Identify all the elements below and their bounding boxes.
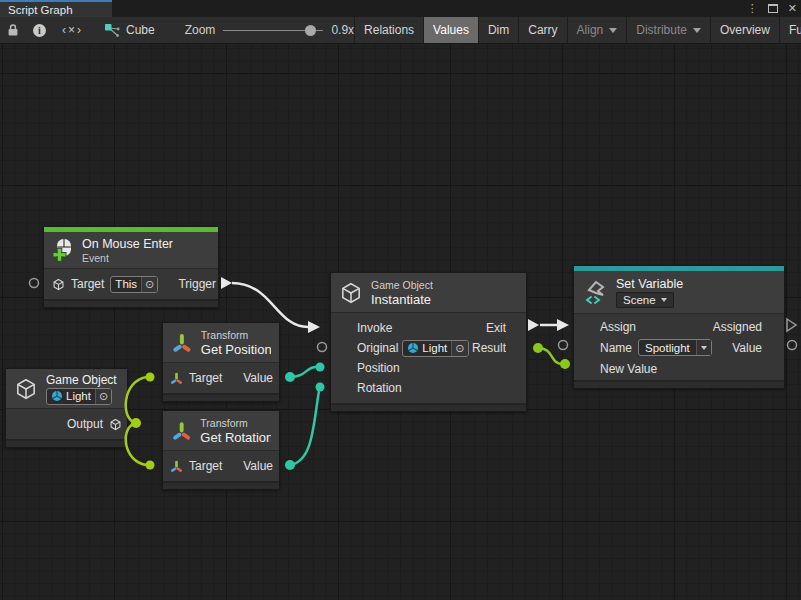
port-label-result: Result — [472, 341, 506, 355]
node-get-position[interactable]: Transform Get Position Target Valu — [162, 322, 280, 402]
port-getrotation-value[interactable] — [285, 460, 295, 470]
port-instantiate-position[interactable] — [316, 363, 325, 372]
zoom-label: Zoom — [185, 23, 216, 37]
node-title: Get Position — [201, 342, 271, 357]
wire-output-to-getrotation-target — [126, 423, 147, 465]
node-get-rotation[interactable]: Transform Get Rotation Target Valu — [162, 410, 280, 490]
port-getposition-target[interactable] — [146, 373, 155, 382]
transform-icon — [170, 372, 183, 385]
variable-scope-dropdown[interactable]: Scene — [616, 292, 674, 308]
port-label-exit: Exit — [486, 321, 506, 335]
overview-button[interactable]: Overview — [711, 17, 779, 43]
code-icon: ‹×› — [62, 23, 83, 37]
graph-canvas[interactable]: On Mouse Enter Event Target This ⊙ — [0, 44, 801, 600]
transform-icon — [171, 332, 193, 354]
port-mouseenter-target[interactable] — [30, 279, 39, 288]
object-picker-icon[interactable]: ⊙ — [95, 389, 111, 404]
close-icon[interactable]: ✕ — [788, 2, 797, 15]
game-object-icon — [14, 377, 38, 401]
node-instantiate[interactable]: Game Object Instantiate Invoke Original — [330, 272, 527, 412]
carry-button[interactable]: Carry — [519, 17, 566, 43]
object-picker-icon[interactable]: ⊙ — [141, 277, 157, 292]
info-button[interactable]: i — [26, 17, 53, 43]
node-set-variable[interactable]: Set Variable Scene Assign Name Spotlight — [573, 265, 785, 389]
port-label-target: Target — [71, 277, 104, 291]
port-name-input[interactable] — [559, 341, 568, 350]
chevron-down-icon[interactable] — [696, 340, 711, 355]
script-graph-icon — [104, 23, 120, 38]
fullscreen-button[interactable]: Full Screen — [780, 17, 801, 43]
relations-button[interactable]: Relations — [355, 17, 423, 43]
port-label-rotation: Rotation — [357, 381, 402, 395]
tab-script-graph[interactable]: Script Graph — [0, 0, 112, 17]
align-button[interactable]: Align — [568, 17, 627, 43]
port-invoke-input[interactable] — [308, 321, 320, 333]
node-title: Get Rotation — [200, 430, 271, 445]
port-assigned-output[interactable] — [787, 319, 796, 331]
port-label-trigger: Trigger — [178, 277, 216, 291]
node-category: Game Object — [371, 279, 433, 291]
node-title: Game Object — [46, 373, 117, 387]
object-picker-icon[interactable]: ⊙ — [451, 341, 467, 356]
port-label-target: Target — [189, 459, 222, 473]
variable-name-dropdown[interactable]: Spotlight — [638, 339, 712, 356]
lock-icon — [7, 23, 19, 37]
port-exit-output[interactable] — [528, 319, 539, 331]
info-icon: i — [33, 24, 46, 37]
port-original-input[interactable] — [318, 343, 327, 352]
port-value-output[interactable] — [788, 341, 797, 350]
original-value-field[interactable]: Light ⊙ — [402, 340, 468, 357]
node-title: Instantiate — [371, 292, 433, 307]
lock-button[interactable] — [0, 17, 26, 43]
wire-result-to-newvalue — [538, 348, 562, 364]
port-label-value: Value — [243, 371, 273, 385]
port-getrotation-target[interactable] — [146, 461, 155, 470]
target-value-field[interactable]: This ⊙ — [110, 276, 158, 293]
transform-icon — [170, 460, 183, 473]
graph-toolbar: i ‹×› Cube Zoom 0.9x R — [0, 17, 801, 44]
zoom-control: Zoom 0.9x — [185, 17, 354, 43]
port-label-assigned: Assigned — [713, 320, 762, 334]
port-light-output[interactable] — [131, 418, 141, 428]
window-menu-icon[interactable]: ⋮ — [747, 2, 758, 15]
port-label-invoke: Invoke — [357, 321, 392, 335]
wire-trigger-to-invoke — [232, 283, 308, 327]
port-result-output[interactable] — [533, 343, 543, 353]
distribute-button[interactable]: Distribute — [627, 17, 710, 43]
port-instantiate-rotation[interactable] — [316, 383, 325, 392]
wire-value-to-position — [290, 367, 316, 377]
port-newvalue-input[interactable] — [560, 359, 570, 369]
tab-title: Script Graph — [8, 4, 73, 16]
node-on-mouse-enter[interactable]: On Mouse Enter Event Target This ⊙ — [43, 226, 219, 308]
dim-button[interactable]: Dim — [479, 17, 518, 43]
port-label-output: Output — [67, 417, 103, 431]
port-trigger-output[interactable] — [221, 277, 232, 289]
port-label-assign: Assign — [600, 320, 636, 334]
port-label-target: Target — [189, 371, 222, 385]
node-title: On Mouse Enter — [82, 237, 173, 251]
game-object-icon — [109, 418, 122, 431]
port-label-value: Value — [732, 341, 762, 355]
port-getposition-value[interactable] — [285, 372, 295, 382]
game-object-value-icon — [407, 342, 419, 354]
game-object-icon — [52, 278, 65, 291]
port-label-name: Name — [600, 341, 632, 355]
values-button[interactable]: Values — [424, 17, 478, 43]
port-label-original: Original — [357, 341, 398, 355]
chevron-down-icon — [693, 28, 701, 33]
wire-output-to-getposition-target — [126, 377, 147, 423]
port-assign-input[interactable] — [557, 319, 569, 331]
code-preview-button[interactable]: ‹×› — [53, 17, 92, 43]
node-game-object-literal[interactable]: Game Object Light ⊙ — [5, 368, 128, 448]
game-object-value-field[interactable]: Light ⊙ — [46, 388, 112, 405]
node-category: Transform — [201, 329, 271, 341]
game-object-value-icon — [51, 390, 63, 402]
script-graph-window: Script Graph ⋮ ✕ i ‹×› — [0, 0, 801, 600]
zoom-slider[interactable] — [223, 17, 323, 44]
graph-breadcrumb[interactable]: Cube — [104, 17, 155, 43]
maximize-icon[interactable] — [768, 4, 778, 13]
node-subtitle: Event — [82, 252, 173, 264]
chevron-down-icon — [609, 28, 617, 33]
zoom-slider-handle[interactable] — [305, 25, 316, 36]
port-label-position: Position — [357, 361, 400, 375]
